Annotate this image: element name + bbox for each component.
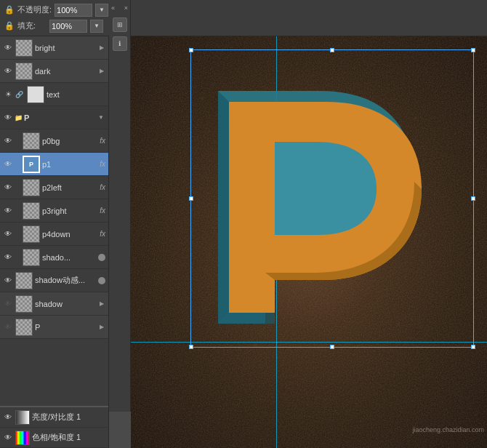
link-icon-text: 🔗 <box>14 89 24 100</box>
layer-name-p2left: p2left <box>42 183 98 192</box>
fx-p0bg: fx <box>100 137 105 145</box>
eye-icon-shadow1[interactable]: 👁 <box>3 252 13 263</box>
eye-icon-dark[interactable]: 👁 <box>3 66 13 76</box>
thumb-brightness <box>15 410 30 425</box>
layer-item-p0bg[interactable]: 👁 p0bg fx <box>0 129 108 153</box>
lock-icon: 🔒 <box>4 5 15 15</box>
thumb-p-bottom <box>15 319 33 336</box>
main-layout: 👁 bright ▶ 👁 dark ▶ ☀ 🔗 text 👁 📁 P ▼ <box>0 36 487 448</box>
mini-collapse-btn[interactable]: « <box>111 4 115 12</box>
fx-p1: fx <box>100 160 105 168</box>
layer-item-bright[interactable]: 👁 bright ▶ <box>0 36 108 60</box>
thumb-hue <box>15 431 30 445</box>
layer-name-brightness: 亮度/对比度 1 <box>32 412 105 423</box>
thumb-p3right <box>23 202 40 220</box>
opacity-dropdown[interactable]: ▼ <box>95 4 108 17</box>
group-arrow-p: ▼ <box>98 114 104 121</box>
eye-icon-hue[interactable]: 👁 <box>3 433 13 443</box>
thumb-shadow <box>15 295 33 313</box>
canvas-area: jiaocheng.chazidian.com <box>131 36 487 448</box>
thumb-p0bg <box>23 132 40 150</box>
layer-item-shadow-dynamic[interactable]: 👁 shadow动感... <box>0 269 108 292</box>
layer-name-shadow-dynamic: shadow动感... <box>35 275 97 286</box>
vis-dot-shadow1 <box>98 254 105 261</box>
fx-p3right: fx <box>100 207 105 215</box>
eye-icon-bright[interactable]: 👁 <box>3 43 13 53</box>
mini-btn-info[interactable]: ℹ <box>113 36 127 51</box>
layer-item-p1[interactable]: 👁 P p1 fx <box>0 153 108 176</box>
layer-item-shadow[interactable]: 👁 shadow ▶ <box>0 292 108 316</box>
thumb-dark <box>15 63 33 80</box>
eye-icon-p2left[interactable]: 👁 <box>3 183 13 193</box>
layer-item-p2left[interactable]: 👁 p2left fx <box>0 176 108 199</box>
fill-input[interactable] <box>49 20 87 33</box>
eye-icon-p3right[interactable]: 👁 <box>3 206 13 216</box>
folder-icon-p: 📁 <box>15 114 23 121</box>
layer-name-text: text <box>47 90 105 99</box>
layer-item-hue[interactable]: 👁 色相/饱和度 1 <box>0 428 108 448</box>
layer-name-p0bg: p0bg <box>42 137 98 145</box>
eye-icon-p0bg[interactable]: 👁 <box>3 136 13 146</box>
p-letter-graphic <box>189 47 472 353</box>
layer-item-brightness[interactable]: 👁 亮度/对比度 1 <box>0 407 108 428</box>
layer-item-text[interactable]: ☀ 🔗 text <box>0 83 108 106</box>
layer-item-p4down[interactable]: 👁 p4down fx <box>0 223 108 246</box>
layer-name-p-group: P <box>24 113 98 122</box>
mini-btn-layers[interactable]: ⊞ <box>113 17 127 32</box>
layer-item-p-group[interactable]: 👁 📁 P ▼ <box>0 106 108 129</box>
thumb-bright <box>15 39 33 57</box>
layer-item-dark[interactable]: 👁 dark ▶ <box>0 60 108 83</box>
layer-item-shadow1[interactable]: 👁 shado... <box>0 246 108 269</box>
thumb-shadow1 <box>23 249 40 266</box>
layer-name-p-bottom: P <box>35 323 100 332</box>
group-arrow-dark: ▶ <box>100 68 104 74</box>
eye-icon-p1[interactable]: 👁 <box>3 159 13 169</box>
opacity-input[interactable] <box>55 4 92 17</box>
eye-icon-text[interactable]: ☀ <box>3 89 13 100</box>
watermark: jiaocheng.chazidian.com <box>412 426 484 433</box>
fx-p4down: fx <box>100 230 105 238</box>
mini-panel: « × ⊞ ℹ <box>109 0 131 412</box>
eye-icon-p4down[interactable]: 👁 <box>3 229 13 239</box>
layers-panel: 👁 bright ▶ 👁 dark ▶ ☀ 🔗 text 👁 📁 P ▼ <box>0 36 109 448</box>
thumb-p4down <box>23 225 40 243</box>
group-arrow-p-bottom: ▶ <box>100 324 104 330</box>
thumb-p1: P <box>23 156 40 173</box>
eye-icon-p-group[interactable]: 👁 <box>3 113 13 123</box>
layer-name-p4down: p4down <box>42 230 98 239</box>
layer-name-bright: bright <box>35 44 100 52</box>
mini-close-btn[interactable]: × <box>124 4 128 12</box>
layer-item-p-bottom[interactable]: 👁 P ▶ <box>0 316 108 339</box>
layer-name-p3right: p3right <box>42 207 98 215</box>
thumb-text <box>27 86 44 103</box>
canvas-background <box>131 36 487 448</box>
top-toolbar: 🔒 不透明度: ▼ 🔒 填充: ▼ <box>0 0 487 36</box>
group-arrow-shadow: ▶ <box>100 300 104 307</box>
fill-label: 填充: <box>17 20 47 31</box>
opacity-label: 不透明度: <box>17 4 52 15</box>
eye-icon-brightness[interactable]: 👁 <box>3 412 13 423</box>
group-arrow-bright: ▶ <box>100 44 104 51</box>
eye-icon-p-bottom[interactable]: 👁 <box>3 322 13 332</box>
thumb-p2left <box>23 179 40 196</box>
mini-panel-header: « × <box>109 3 130 13</box>
fill-dropdown[interactable]: ▼ <box>90 20 103 33</box>
fill-lock-icon: 🔒 <box>4 21 15 31</box>
eye-icon-shadow[interactable]: 👁 <box>3 299 13 309</box>
eye-icon-shadow-dynamic[interactable]: 👁 <box>3 276 13 286</box>
vis-dot-shadow-dynamic <box>98 277 105 284</box>
layer-item-p3right[interactable]: 👁 p3right fx <box>0 199 108 223</box>
layer-name-shadow1: shado... <box>42 253 97 262</box>
layer-name-dark: dark <box>35 67 100 76</box>
layer-name-p1: p1 <box>42 160 98 169</box>
fx-p2left: fx <box>100 183 105 191</box>
layer-name-hue: 色相/饱和度 1 <box>32 432 105 443</box>
layer-name-shadow: shadow <box>35 300 100 308</box>
thumb-shadow-dynamic <box>15 272 33 289</box>
